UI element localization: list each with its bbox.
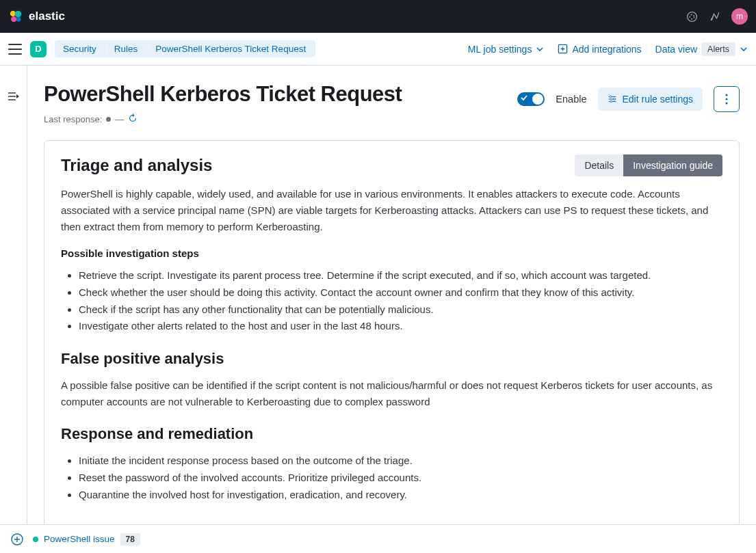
top-header: elastic m — [0, 0, 756, 33]
refresh-icon[interactable] — [128, 113, 138, 125]
page-title-block: PowerShell Kerberos Ticket Request Last … — [44, 82, 402, 125]
crumb-security[interactable]: Security — [55, 40, 103, 57]
sliders-icon — [608, 94, 617, 104]
last-response: Last response: — — [44, 113, 402, 125]
svg-point-7 — [610, 96, 612, 98]
list-item: Initiate the incident response process b… — [79, 453, 722, 470]
svg-point-2 — [11, 16, 16, 22]
avatar[interactable]: m — [731, 8, 748, 25]
integrations-icon — [558, 44, 568, 54]
svg-point-12 — [725, 102, 727, 104]
list-item: Retrieve the script. Investigate its par… — [79, 267, 722, 284]
svg-point-11 — [725, 98, 727, 100]
dots-vertical-icon — [725, 94, 728, 105]
nav-right: ML job settings Add integrations Data vi… — [468, 42, 748, 56]
chevron-down-icon — [536, 45, 544, 53]
panel-head: Triage and analysis Details Investigatio… — [61, 154, 722, 176]
check-icon — [521, 94, 527, 101]
panel-body: PowerShell is highly capable, widely use… — [61, 186, 722, 503]
timeline-item[interactable]: PowerShell issue 78 — [33, 533, 140, 545]
steps-heading: Possible investigation steps — [61, 247, 722, 259]
timeline-bar: PowerShell issue 78 — [0, 524, 756, 553]
rr-list: Initiate the incident response process b… — [61, 453, 722, 503]
enable-toggle[interactable] — [517, 92, 545, 106]
enable-label: Enable — [556, 94, 586, 105]
nav-left: D Security Rules PowerShell Kerberos Tic… — [8, 40, 315, 57]
intro-text: PowerShell is highly capable, widely use… — [61, 186, 722, 235]
tab-investigation-guide[interactable]: Investigation guide — [623, 154, 722, 176]
data-view[interactable]: Data view Alerts — [655, 42, 748, 56]
main: PowerShell Kerberos Ticket Request Last … — [0, 66, 756, 524]
more-actions-button[interactable] — [714, 86, 740, 112]
page-actions: Enable Edit rule settings — [517, 86, 740, 112]
elastic-logo-icon — [8, 9, 23, 24]
status-dot — [106, 117, 111, 122]
page-title: PowerShell Kerberos Ticket Request — [44, 82, 402, 107]
secondary-nav: D Security Rules PowerShell Kerberos Tic… — [0, 33, 756, 66]
logo-text: elastic — [29, 10, 65, 23]
svg-point-9 — [610, 100, 612, 103]
left-rail — [0, 66, 27, 524]
steps-list: Retrieve the script. Investigate its par… — [61, 267, 722, 335]
investigation-panel: Triage and analysis Details Investigatio… — [44, 140, 740, 524]
timeline-label: PowerShell issue — [44, 534, 115, 544]
chevron-down-icon — [740, 45, 748, 53]
list-item: Reset the password of the involved accou… — [79, 470, 722, 487]
breadcrumb: Security Rules PowerShell Kerberos Ticke… — [55, 40, 315, 57]
expand-rail-icon[interactable] — [8, 92, 19, 104]
newsfeed-icon[interactable] — [708, 10, 722, 23]
list-item: Check whether the user should be doing t… — [79, 284, 722, 301]
add-integrations[interactable]: Add integrations — [558, 44, 641, 55]
tab-details[interactable]: Details — [575, 154, 623, 176]
svg-point-3 — [16, 17, 21, 22]
fp-text: A possible false positive can be identif… — [61, 377, 722, 410]
rr-heading: Response and remediation — [61, 425, 722, 443]
edit-rule-button[interactable]: Edit rule settings — [598, 87, 703, 111]
space-badge[interactable]: D — [30, 41, 47, 57]
logo[interactable]: elastic — [8, 9, 65, 24]
list-item: Check if the script has any other functi… — [79, 301, 722, 319]
timeline-count: 78 — [120, 533, 140, 545]
ml-job-settings[interactable]: ML job settings — [468, 44, 545, 55]
header-right: m — [685, 8, 748, 25]
svg-point-10 — [725, 94, 727, 96]
content: PowerShell Kerberos Ticket Request Last … — [27, 66, 756, 524]
svg-point-8 — [613, 98, 615, 100]
panel-title: Triage and analysis — [61, 156, 212, 175]
fp-heading: False positive analysis — [61, 350, 722, 368]
crumb-rules[interactable]: Rules — [103, 40, 145, 57]
svg-point-4 — [687, 12, 696, 21]
menu-icon[interactable] — [8, 44, 22, 55]
svg-point-1 — [15, 11, 22, 18]
svg-point-5 — [690, 14, 694, 18]
panel-tabs: Details Investigation guide — [575, 154, 722, 176]
help-icon[interactable] — [685, 10, 699, 23]
add-timeline-icon[interactable] — [11, 533, 23, 545]
timeline-dot — [33, 537, 38, 542]
alerts-badge: Alerts — [701, 42, 735, 56]
crumb-current[interactable]: PowerShell Kerberos Ticket Request — [144, 40, 315, 57]
list-item: Investigate other alerts related to the … — [79, 318, 722, 335]
page-header: PowerShell Kerberos Ticket Request Last … — [44, 82, 740, 125]
list-item: Quarantine the involved host for investi… — [79, 487, 722, 504]
